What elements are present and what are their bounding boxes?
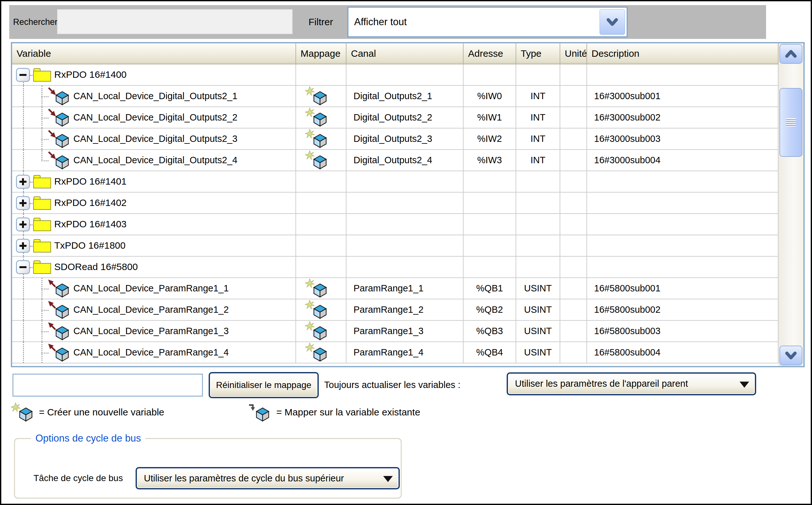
column-header-adresse[interactable]: Adresse — [463, 43, 516, 64]
cell-mappage[interactable] — [296, 107, 347, 129]
reset-mapping-button[interactable]: Réinitialiser le mappage — [209, 372, 319, 398]
cell-variable: SDORead 16#5800 — [12, 257, 296, 278]
cell-canal: Digital_Outputs2_1 — [347, 86, 463, 107]
create-new-variable-icon — [10, 403, 35, 423]
cell-type — [516, 214, 560, 235]
cell-mappage[interactable] — [296, 193, 347, 214]
cell-canal: Digital_Outputs2_3 — [347, 129, 463, 150]
column-header-mappage[interactable]: Mappage — [296, 43, 347, 64]
column-header-description[interactable]: Description — [587, 43, 779, 64]
variable-cube-icon — [55, 91, 70, 106]
filter-combobox[interactable]: Afficher tout — [348, 7, 628, 37]
always-update-dropdown[interactable]: Utiliser les paramètres de l'appareil pa… — [507, 372, 756, 395]
cell-type — [516, 257, 560, 278]
table-row[interactable]: CAN_Local_Device_ParamRange1_2ParamRange… — [12, 299, 779, 321]
create-new-variable-icon — [304, 300, 329, 320]
cell-type — [516, 171, 560, 193]
cell-mappage[interactable] — [296, 171, 347, 193]
tree-guide-line — [23, 150, 24, 171]
expand-icon[interactable] — [16, 175, 30, 189]
cell-mappage[interactable] — [296, 64, 347, 86]
filter-combobox-dropdown-button[interactable] — [599, 9, 625, 35]
cell-mappage[interactable] — [296, 278, 347, 299]
variable-label: CAN_Local_Device_ParamRange1_2 — [74, 299, 229, 321]
folder-icon — [33, 261, 51, 274]
variable-cube-icon — [55, 134, 70, 148]
table-row[interactable]: RxPDO 16#1402 — [12, 193, 779, 214]
tree-guide-line — [23, 107, 24, 128]
folder-icon — [33, 175, 51, 188]
column-header-unité[interactable]: Unité — [560, 43, 587, 64]
bus-cycle-task-dropdown-value: Utiliser les paramètres de cycle du bus … — [144, 468, 381, 488]
variable-label: CAN_Local_Device_Digital_Outputs2_3 — [74, 129, 237, 150]
chevron-up-icon — [785, 49, 797, 59]
cell-unite — [560, 278, 587, 299]
folder-icon — [33, 196, 51, 210]
filter-combobox-value: Afficher tout — [354, 8, 407, 36]
cell-canal: ParamRange1_2 — [347, 299, 463, 321]
table-row[interactable]: CAN_Local_Device_ParamRange1_4ParamRange… — [12, 342, 779, 363]
cell-mappage[interactable] — [296, 342, 347, 363]
variable-icon — [46, 321, 72, 341]
expand-icon[interactable] — [16, 196, 30, 210]
scrollbar-thumb[interactable] — [780, 88, 802, 157]
cell-canal: ParamRange1_3 — [347, 321, 463, 342]
cell-canal — [347, 235, 463, 257]
cell-mappage[interactable] — [296, 321, 347, 342]
cell-mappage[interactable] — [296, 150, 347, 171]
mapping-filter-input[interactable] — [12, 374, 203, 396]
table-row[interactable]: CAN_Local_Device_Digital_Outputs2_3Digit… — [12, 129, 779, 150]
collapse-icon[interactable] — [16, 260, 30, 274]
pdo-group-label: SDORead 16#5800 — [54, 257, 138, 278]
cell-mappage[interactable] — [296, 257, 347, 278]
table-row[interactable]: CAN_Local_Device_Digital_Outputs2_2Digit… — [12, 107, 779, 129]
vertical-scrollbar[interactable] — [779, 43, 803, 366]
cell-mappage[interactable] — [296, 86, 347, 107]
cell-unite — [560, 321, 587, 342]
scroll-down-button[interactable] — [780, 346, 802, 365]
table-row[interactable]: RxPDO 16#1403 — [12, 214, 779, 235]
tree-guide-line — [23, 278, 24, 299]
variable-cube-icon — [313, 326, 327, 340]
tree-guide-line — [23, 342, 24, 363]
column-header-variable[interactable]: Variable — [12, 43, 296, 64]
expand-icon[interactable] — [16, 239, 30, 253]
table-row[interactable]: CAN_Local_Device_ParamRange1_3ParamRange… — [12, 321, 779, 342]
column-header-type[interactable]: Type — [516, 43, 560, 64]
cell-mappage[interactable] — [296, 299, 347, 321]
table-row[interactable]: CAN_Local_Device_Digital_Outputs2_1Digit… — [12, 86, 779, 107]
search-input[interactable] — [57, 9, 293, 34]
dropdown-arrow-icon — [383, 476, 393, 482]
variable-cube-icon — [313, 347, 327, 362]
bus-cycle-task-dropdown[interactable]: Utiliser les paramètres de cycle du bus … — [136, 467, 400, 489]
folder-icon — [33, 68, 51, 81]
table-row[interactable]: CAN_Local_Device_ParamRange1_1ParamRange… — [12, 278, 779, 299]
variable-icon — [46, 279, 72, 298]
variable-label: CAN_Local_Device_ParamRange1_1 — [74, 278, 229, 299]
cell-mappage[interactable] — [296, 129, 347, 150]
cell-variable: CAN_Local_Device_Digital_Outputs2_3 — [12, 129, 296, 150]
variable-cube-icon — [313, 134, 327, 148]
cell-mappage[interactable] — [296, 214, 347, 235]
table-header-row: VariableMappageCanalAdresseTypeUnitéDesc… — [12, 43, 779, 64]
variable-label: CAN_Local_Device_Digital_Outputs2_4 — [74, 150, 237, 171]
cell-mappage[interactable] — [296, 235, 347, 257]
create-new-variable-icon — [304, 151, 329, 170]
cell-type: USINT — [516, 299, 560, 321]
cell-variable: CAN_Local_Device_Digital_Outputs2_1 — [12, 86, 296, 107]
cell-description — [587, 235, 779, 257]
scroll-up-button[interactable] — [780, 44, 802, 64]
table-row[interactable]: RxPDO 16#1401 — [12, 171, 779, 193]
cell-adresse: %IW1 — [463, 107, 516, 129]
cell-variable: CAN_Local_Device_ParamRange1_2 — [12, 299, 296, 321]
create-new-variable-icon — [304, 108, 329, 128]
collapse-icon[interactable] — [16, 68, 30, 82]
expand-icon[interactable] — [16, 217, 30, 231]
table-row[interactable]: CAN_Local_Device_Digital_Outputs2_4Digit… — [12, 150, 779, 171]
cell-unite — [560, 107, 587, 129]
folder-icon — [33, 218, 51, 231]
table-row[interactable]: RxPDO 16#1400 — [12, 64, 779, 86]
table-row[interactable]: SDORead 16#5800 — [12, 257, 779, 278]
table-row[interactable]: TxPDO 16#1800 — [12, 235, 779, 257]
column-header-canal[interactable]: Canal — [347, 43, 463, 64]
